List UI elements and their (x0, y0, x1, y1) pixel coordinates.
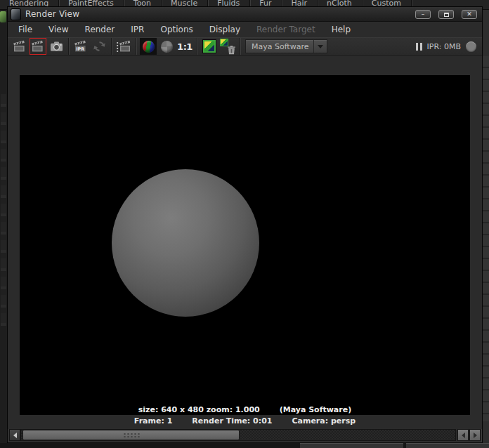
scroll-left-button-right-pair[interactable] (457, 429, 469, 441)
alpha-ball-icon (161, 41, 173, 53)
background-panel-a (300, 443, 403, 448)
size-zoom-label: size: 640 x 480 zoom: 1.000 (138, 405, 260, 414)
keep-image-button[interactable] (201, 38, 218, 55)
toolbar-separator (111, 38, 112, 55)
menu-options[interactable]: Options (160, 25, 193, 34)
background-toolbox (1, 94, 6, 326)
renderer-name-label: (Maya Software) (280, 405, 352, 414)
scrollbar-grip-icon (123, 433, 140, 438)
menubar: File View Render IPR Options Display Ren… (8, 22, 482, 37)
renderer-dropdown[interactable]: Maya Software (245, 39, 327, 53)
region-clapperboard-icon (116, 39, 131, 53)
arrow-left-icon (13, 433, 17, 438)
menu-file[interactable]: File (18, 25, 32, 34)
alpha-channel-button[interactable] (158, 38, 175, 55)
renderer-dropdown-value: Maya Software (246, 40, 313, 53)
refresh-arrows-icon (92, 39, 107, 53)
maximize-icon (444, 13, 449, 17)
rgb-ball-icon (143, 41, 155, 53)
background-shelf-icon (0, 11, 6, 22)
render-view-pane: size: 640 x 480 zoom: 1.000(Maya Softwar… (8, 56, 482, 429)
remove-image-button[interactable] (219, 38, 236, 55)
camera-icon (49, 39, 64, 53)
render-region-button[interactable] (115, 38, 132, 55)
scroll-right-button[interactable] (469, 429, 481, 441)
one-to-one-icon: 1:1 (177, 41, 193, 52)
rgb-channels-button[interactable] (140, 38, 157, 55)
menu-view[interactable]: View (48, 25, 68, 34)
window-title: Render View (25, 9, 79, 19)
snapshot-button[interactable] (48, 38, 65, 55)
minimize-button[interactable]: – (415, 10, 431, 19)
rendered-image-canvas[interactable]: size: 640 x 480 zoom: 1.000(Maya Softwar… (20, 75, 470, 415)
camera-label: Camera: persp (292, 416, 356, 426)
clapperboard-icon (13, 39, 27, 53)
scroll-left-button[interactable] (9, 429, 20, 441)
background-left-strip (0, 10, 7, 448)
ipr-stop-icon[interactable] (466, 41, 476, 52)
dropdown-arrow-button[interactable] (313, 40, 327, 53)
chevron-down-icon (318, 45, 323, 48)
ipr-status-area: IPR: 0MB (416, 37, 476, 56)
toolbar-separator (136, 38, 136, 55)
image-status-line: size: 640 x 480 zoom: 1.000(Maya Softwar… (20, 405, 470, 414)
screen: Rendering PaintEffects Toon Muscle Fluid… (0, 0, 489, 448)
background-channel-rows (483, 56, 489, 421)
real-size-button[interactable]: 1:1 (176, 38, 193, 55)
keep-image-icon (203, 40, 216, 53)
scrollbar-thumb[interactable] (22, 430, 240, 440)
background-panel-b (406, 443, 489, 448)
frame-status-bar: Frame: 1Render Time: 0:01Camera: persp (20, 416, 470, 426)
horizontal-scrollbar[interactable] (9, 429, 481, 441)
ipr-memory-label: IPR: 0MB (427, 42, 461, 51)
ipr-clapperboard-icon: IPR (74, 39, 89, 53)
background-bottom-strip (0, 443, 489, 448)
render-current-frame-button[interactable] (30, 38, 46, 55)
frame-label: Frame: 1 (134, 416, 172, 426)
rendered-sphere (112, 169, 259, 317)
ipr-render-button[interactable]: IPR (72, 38, 89, 55)
redo-previous-ipr-button (91, 38, 107, 55)
clapperboard-icon (31, 39, 46, 53)
menu-ipr[interactable]: IPR (131, 25, 144, 34)
arrow-right-icon (474, 433, 477, 438)
render-time-label: Render Time: 0:01 (192, 416, 272, 426)
remove-image-icon (220, 39, 235, 54)
pause-ipr-icon[interactable] (416, 43, 422, 51)
redo-previous-render-button[interactable] (11, 38, 28, 55)
titlebar[interactable]: Render View – ✕ (8, 7, 482, 22)
arrow-left-icon (462, 433, 465, 438)
render-view-window: Render View – ✕ File View Render IPR Opt… (7, 6, 483, 443)
close-button[interactable]: ✕ (462, 10, 477, 19)
menu-render[interactable]: Render (85, 25, 115, 34)
toolbar-separator (197, 38, 197, 55)
svg-text:IPR: IPR (76, 46, 84, 52)
background-right-strip (483, 10, 489, 448)
maya-window-icon (11, 9, 20, 20)
menu-help[interactable]: Help (332, 25, 351, 34)
toolbar-separator (240, 38, 240, 55)
window-controls: – ✕ (415, 10, 477, 19)
trash-icon (227, 45, 236, 55)
menu-render-target: Render Target (256, 25, 315, 34)
toolbar-separator (68, 38, 69, 55)
toolbar: IPR (8, 37, 482, 56)
maximize-button[interactable] (438, 10, 454, 19)
menu-display[interactable]: Display (209, 25, 240, 34)
